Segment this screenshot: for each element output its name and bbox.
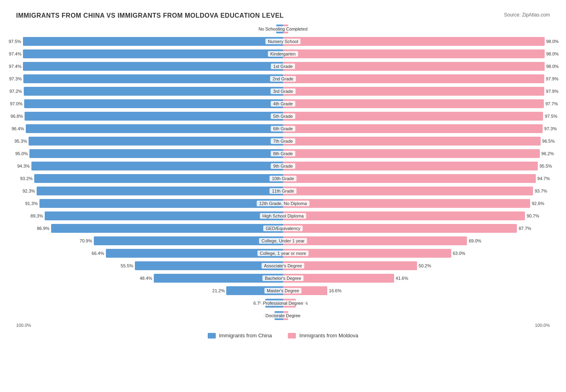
bar-row: 1st Grade97.4%98.0% [16,61,550,72]
val-china: 97.3% [9,76,22,81]
val-moldova: 96.2% [541,151,554,156]
bar-label: Doctorate Degree [263,313,303,318]
val-moldova: 97.9% [546,89,558,94]
bar-label: 5th Grade [271,113,295,119]
bar-label: 11th Grade [269,188,296,194]
val-china: 97.5% [8,39,21,44]
bar-pair: 11th Grade92.3%93.7% [16,185,550,197]
bar-china [94,236,283,245]
legend: Immigrants from China Immigrants from Mo… [16,332,550,339]
val-china: 93.2% [20,176,33,181]
bar-china [24,87,283,96]
bar-moldova [283,99,544,108]
bar-moldova [283,224,517,233]
bar-label: 9th Grade [271,163,295,169]
bar-pair: Associate's Degree55.5%50.2% [16,260,550,271]
bar-moldova [283,236,467,245]
bar-china [106,249,283,258]
bar-label: 10th Grade [269,176,296,181]
legend-moldova-label: Immigrants from Moldova [299,332,358,339]
bar-row: 12th Grade, No Diploma91.3%92.6% [16,198,550,209]
legend-china: Immigrants from China [208,332,272,339]
val-moldova: 50.2% [419,263,431,268]
bar-row: 6th Grade96.4%97.3% [16,123,550,134]
val-moldova: 98.0% [546,64,559,69]
bar-pair: 6th Grade96.4%97.3% [16,123,550,134]
val-moldova: 98.0% [546,51,559,56]
bar-label: High School Diploma [260,213,306,219]
val-china: 97.2% [9,89,22,94]
bar-row: High School Diploma89.3%90.7% [16,210,550,222]
val-moldova: 97.3% [544,126,557,131]
bar-label: 8th Grade [271,151,295,156]
bar-pair: 8th Grade95.0%96.2% [16,148,550,159]
bar-row: 3rd Grade97.2%97.9% [16,86,550,97]
val-china: 48.4% [140,276,152,281]
val-moldova: 97.7% [545,101,558,106]
val-moldova: 87.7% [518,226,531,231]
bar-moldova [283,199,530,208]
bar-row: Nursery School97.5%98.0% [16,36,550,47]
bar-label: College, 1 year or more [258,250,309,256]
bar-pair: 9th Grade94.3%95.5% [16,160,550,172]
bar-row: 10th Grade93.2%94.7% [16,173,550,184]
bar-china [29,149,283,158]
val-moldova: 94.7% [537,176,550,181]
bar-china [23,49,283,58]
bars-wrapper: No Schooling Completed2.6%2.0%Nursery Sc… [16,23,550,321]
bar-pair: 1st Grade97.4%98.0% [16,61,550,72]
bar-pair: Doctorate Degree3.1%2.0% [16,310,550,321]
bar-row: 9th Grade94.3%95.5% [16,160,550,172]
val-moldova: 16.6% [329,288,341,293]
bar-china [25,112,283,121]
val-moldova: 98.0% [546,39,559,44]
val-china: 97.4% [9,64,21,69]
bar-label: 2nd Grade [270,76,296,82]
bar-row: Kindergarten97.4%98.0% [16,48,550,60]
bar-moldova [283,187,533,195]
val-china: 96.4% [12,126,24,131]
legend-china-label: Immigrants from China [219,332,272,339]
bar-china [34,174,283,183]
val-china: 89.3% [31,213,43,218]
bar-pair: Master's Degree21.2%16.6% [16,285,550,296]
bar-label: 1st Grade [271,64,295,69]
bar-row: Master's Degree21.2%16.6% [16,285,550,296]
val-moldova: 41.6% [396,276,408,281]
bar-label: Kindergarten [268,51,298,57]
bar-row: 5th Grade96.8%97.5% [16,111,550,122]
bar-pair: Professional Degree6.7%4.9% [16,298,550,309]
bar-pair: Kindergarten97.4%98.0% [16,48,550,60]
bar-china [45,211,283,220]
bar-row: 8th Grade95.0%96.2% [16,148,550,159]
bar-moldova [283,137,541,146]
bar-pair: 5th Grade96.8%97.5% [16,111,550,122]
val-moldova: 92.6% [532,201,544,206]
bar-china [23,74,283,83]
axis-right: 100.0% [535,323,550,328]
bar-row: 4th Grade97.0%97.7% [16,98,550,109]
val-china: 86.9% [37,226,50,231]
val-moldova: 90.7% [527,213,539,218]
bar-label: College, Under 1 year [259,238,307,244]
val-china: 21.2% [212,288,225,293]
val-moldova: 93.7% [535,189,547,193]
bar-moldova [283,211,525,220]
axis-labels: 100.0% 100.0% [16,323,550,328]
bar-row: Bachelor's Degree48.4%41.6% [16,273,550,284]
val-china: 92.3% [23,189,35,193]
val-china: 97.0% [10,101,23,106]
val-china: 70.9% [80,238,92,243]
bar-row: Associate's Degree55.5%50.2% [16,260,550,271]
legend-moldova: Immigrants from Moldova [288,332,358,339]
bar-label: No Schooling Completed [256,26,310,32]
chart-container: IMMIGRANTS FROM CHINA VS IMMIGRANTS FROM… [8,8,558,347]
bar-row: Professional Degree6.7%4.9% [16,298,550,309]
bar-pair: 3rd Grade97.2%97.9% [16,86,550,97]
bar-label: GED/Equivalency [263,226,303,231]
val-moldova: 96.5% [542,139,555,144]
bar-china [23,37,283,46]
val-moldova: 97.5% [545,114,557,119]
bar-pair: GED/Equivalency86.9%87.7% [16,223,550,234]
val-china: 95.3% [14,139,27,144]
